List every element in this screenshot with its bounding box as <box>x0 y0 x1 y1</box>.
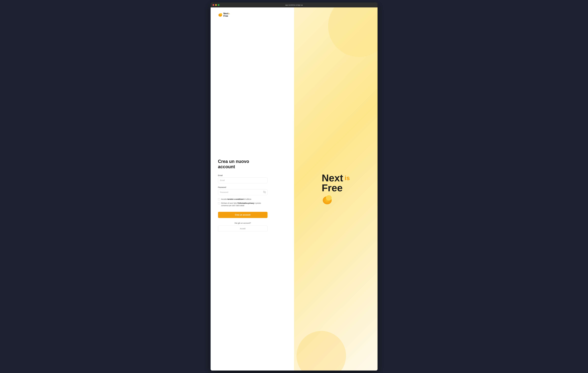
logo-text-small: Nextis Free <box>223 12 230 17</box>
browser-content: Nextis Free Crea un nuovo account Email <box>210 7 378 371</box>
close-button[interactable] <box>213 4 214 6</box>
checkbox-privacy-item: Dichiaro di aver letto l'informativa pri… <box>218 202 267 207</box>
traffic-lights <box>213 4 219 6</box>
password-toggle-button[interactable] <box>263 191 266 194</box>
login-button[interactable]: Accedi <box>218 225 267 232</box>
eye-off-icon <box>263 191 266 193</box>
page-title: Crea un nuovo account <box>218 159 267 169</box>
email-field-group: Email <box>218 174 267 183</box>
login-prompt: Hai già un account? <box>218 222 267 224</box>
create-account-button[interactable]: Crea un account <box>218 212 267 218</box>
checkboxes-group: Accetto termini e condizioni di utilizzo… <box>218 198 267 208</box>
brand-is: is <box>345 175 350 181</box>
brand-free: Free <box>322 183 350 193</box>
password-wrapper <box>218 189 267 195</box>
checkbox-privacy-label: Dichiaro di aver letto l'informativa pri… <box>221 202 267 207</box>
maximize-button[interactable] <box>218 4 219 6</box>
checkbox-terms-item: Accetto termini e condizioni di utilizzo <box>218 198 267 201</box>
form-container: Crea un nuovo account Email Password <box>218 25 267 366</box>
svg-point-1 <box>220 13 222 15</box>
email-label: Email <box>218 174 267 176</box>
brand-large: Next is Free <box>322 173 350 205</box>
browser-window: app.nextisfree.io/sign-up Nextis Free <box>210 2 378 371</box>
password-label: Password <box>218 186 267 188</box>
checkbox-terms[interactable] <box>218 198 220 200</box>
left-panel: Nextis Free Crea un nuovo account Email <box>210 7 294 371</box>
password-input[interactable] <box>218 189 267 195</box>
checkbox-terms-label: Accetto termini e condizioni di utilizzo <box>221 198 252 201</box>
password-field-group: Password <box>218 186 267 195</box>
login-section: Hai già un account? Accedi <box>218 222 267 232</box>
url-bar[interactable]: app.nextisfree.io/sign-up <box>285 4 303 6</box>
logo-blob-icon <box>218 13 222 17</box>
minimize-button[interactable] <box>215 4 217 6</box>
svg-point-4 <box>326 195 332 200</box>
brand-next: Next <box>322 173 343 183</box>
brand-blob-icon <box>322 194 333 205</box>
right-panel: Next is Free <box>294 7 378 371</box>
email-input[interactable] <box>218 177 267 183</box>
logo-small: Nextis Free <box>218 12 287 17</box>
checkbox-privacy[interactable] <box>218 202 220 204</box>
browser-titlebar: app.nextisfree.io/sign-up <box>210 2 378 7</box>
